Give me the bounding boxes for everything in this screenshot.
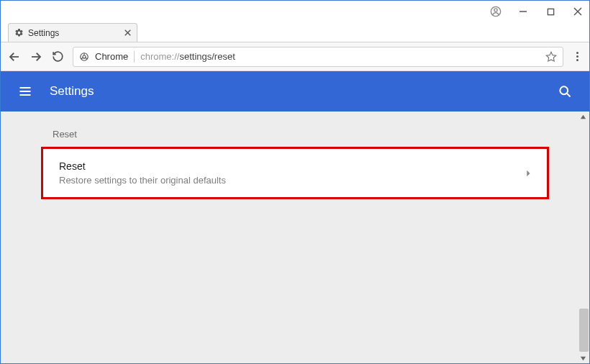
reset-card[interactable]: Reset Restore settings to their original… (43, 149, 547, 197)
address-prefix: Chrome (95, 51, 128, 62)
reload-button[interactable] (51, 50, 64, 63)
tab-title: Settings (28, 28, 124, 38)
tab-strip: Settings (1, 22, 589, 42)
reset-card-title: Reset (59, 160, 525, 172)
svg-point-11 (83, 55, 86, 58)
svg-line-20 (567, 94, 571, 97)
tab-settings[interactable]: Settings (8, 23, 137, 42)
svg-rect-3 (548, 9, 553, 14)
gear-icon (14, 28, 24, 37)
svg-marker-15 (546, 52, 555, 61)
address-url: chrome://settings/reset (140, 51, 235, 62)
window-maximize-button[interactable] (545, 6, 556, 17)
content-area: Reset Reset Restore settings to their or… (1, 112, 589, 363)
bookmark-star-icon[interactable] (545, 51, 557, 63)
window-close-button[interactable] (572, 6, 584, 17)
scrollbar-thumb[interactable] (579, 309, 589, 352)
address-separator (134, 51, 135, 63)
browser-toolbar: Chrome chrome://settings/reset (1, 42, 589, 71)
settings-appbar: Settings (1, 71, 589, 112)
svg-marker-23 (580, 356, 585, 360)
browser-menu-button[interactable] (572, 52, 582, 61)
svg-point-19 (560, 86, 568, 94)
highlight-box: Reset Restore settings to their original… (41, 147, 549, 199)
reset-card-text: Reset Restore settings to their original… (59, 160, 525, 186)
scroll-up-arrow-icon[interactable] (578, 112, 588, 122)
chevron-right-icon (525, 170, 531, 177)
svg-marker-22 (527, 170, 530, 176)
reset-card-description: Restore settings to their original defau… (59, 175, 525, 186)
window-minimize-button[interactable] (517, 6, 529, 17)
chrome-icon (79, 52, 89, 62)
window-titlebar (1, 1, 589, 22)
svg-point-1 (494, 9, 497, 12)
appbar-title: Settings (50, 84, 94, 99)
address-bar[interactable]: Chrome chrome://settings/reset (73, 47, 563, 67)
back-button[interactable] (8, 50, 21, 63)
user-avatar-icon[interactable] (490, 6, 502, 17)
forward-button[interactable] (30, 50, 42, 63)
search-icon[interactable] (558, 84, 572, 99)
close-icon[interactable] (124, 29, 131, 36)
scroll-down-arrow-icon[interactable] (578, 353, 588, 363)
svg-line-13 (81, 58, 83, 59)
svg-marker-21 (580, 114, 585, 118)
svg-line-14 (86, 58, 88, 59)
section-label: Reset (1, 112, 589, 147)
hamburger-icon[interactable] (18, 84, 32, 99)
